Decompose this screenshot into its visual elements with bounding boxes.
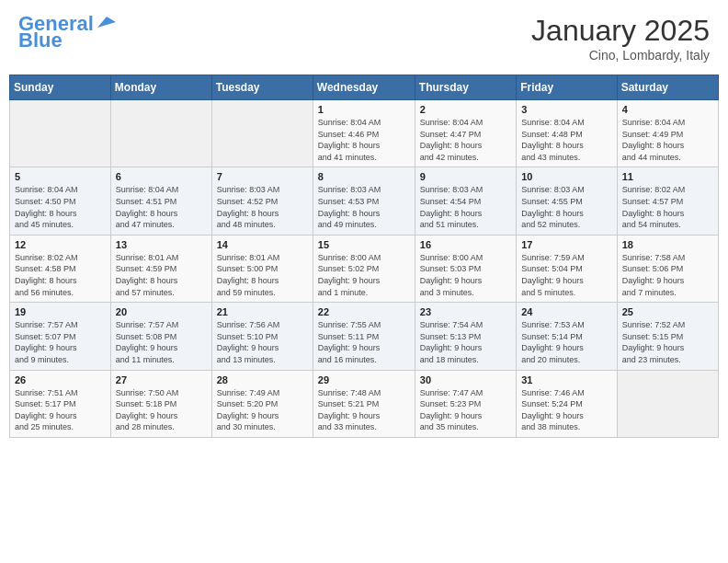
day-number: 13 — [116, 239, 207, 250]
calendar-cell: 31Sunrise: 7:46 AM Sunset: 5:24 PM Dayli… — [517, 370, 617, 437]
day-info: Sunrise: 8:02 AM Sunset: 4:57 PM Dayligh… — [622, 184, 713, 230]
day-number: 6 — [116, 171, 207, 182]
day-number: 26 — [15, 374, 106, 385]
day-number: 4 — [622, 104, 713, 115]
day-info: Sunrise: 8:04 AM Sunset: 4:47 PM Dayligh… — [420, 117, 511, 163]
weekday-header-sunday: Sunday — [10, 75, 111, 100]
calendar-cell: 30Sunrise: 7:47 AM Sunset: 5:23 PM Dayli… — [415, 370, 516, 437]
calendar-cell: 14Sunrise: 8:01 AM Sunset: 5:00 PM Dayli… — [211, 235, 313, 302]
week-row-4: 19Sunrise: 7:57 AM Sunset: 5:07 PM Dayli… — [10, 303, 719, 370]
calendar-cell: 11Sunrise: 8:02 AM Sunset: 4:57 PM Dayli… — [617, 167, 718, 235]
day-info: Sunrise: 7:58 AM Sunset: 5:06 PM Dayligh… — [622, 252, 713, 298]
calendar-cell: 20Sunrise: 7:57 AM Sunset: 5:08 PM Dayli… — [110, 303, 211, 370]
day-info: Sunrise: 8:03 AM Sunset: 4:52 PM Dayligh… — [217, 184, 308, 230]
calendar-cell: 15Sunrise: 8:00 AM Sunset: 5:02 PM Dayli… — [313, 235, 415, 302]
day-number: 30 — [420, 374, 511, 385]
day-info: Sunrise: 8:04 AM Sunset: 4:51 PM Dayligh… — [116, 184, 207, 230]
week-row-2: 5Sunrise: 8:04 AM Sunset: 4:50 PM Daylig… — [10, 167, 719, 235]
week-row-3: 12Sunrise: 8:02 AM Sunset: 4:58 PM Dayli… — [10, 235, 719, 302]
calendar-cell: 2Sunrise: 8:04 AM Sunset: 4:47 PM Daylig… — [415, 100, 516, 167]
calendar-cell: 24Sunrise: 7:53 AM Sunset: 5:14 PM Dayli… — [517, 303, 617, 370]
calendar-cell: 12Sunrise: 8:02 AM Sunset: 4:58 PM Dayli… — [10, 235, 111, 302]
day-info: Sunrise: 7:46 AM Sunset: 5:24 PM Dayligh… — [521, 387, 611, 433]
weekday-header-wednesday: Wednesday — [313, 75, 415, 100]
day-info: Sunrise: 8:04 AM Sunset: 4:46 PM Dayligh… — [318, 117, 410, 163]
calendar-table: SundayMondayTuesdayWednesdayThursdayFrid… — [9, 75, 719, 438]
day-info: Sunrise: 7:53 AM Sunset: 5:14 PM Dayligh… — [521, 319, 611, 365]
day-info: Sunrise: 8:04 AM Sunset: 4:48 PM Dayligh… — [521, 117, 611, 163]
day-number: 31 — [521, 374, 611, 385]
calendar-cell: 8Sunrise: 8:03 AM Sunset: 4:53 PM Daylig… — [313, 167, 415, 235]
day-info: Sunrise: 7:50 AM Sunset: 5:18 PM Dayligh… — [116, 387, 207, 433]
day-number: 23 — [420, 306, 511, 317]
calendar-cell — [110, 100, 211, 167]
week-row-1: 1Sunrise: 8:04 AM Sunset: 4:46 PM Daylig… — [10, 100, 719, 167]
day-info: Sunrise: 7:51 AM Sunset: 5:17 PM Dayligh… — [15, 387, 106, 433]
day-number: 3 — [521, 104, 611, 115]
weekday-header-friday: Friday — [517, 75, 617, 100]
day-info: Sunrise: 7:48 AM Sunset: 5:21 PM Dayligh… — [318, 387, 410, 433]
svg-marker-0 — [97, 17, 116, 28]
day-number: 5 — [15, 171, 106, 182]
day-info: Sunrise: 7:59 AM Sunset: 5:04 PM Dayligh… — [521, 252, 611, 298]
day-number: 11 — [622, 171, 713, 182]
page-header: General Blue January 2025 Cino, Lombardy… — [9, 9, 719, 67]
day-info: Sunrise: 8:04 AM Sunset: 4:50 PM Dayligh… — [15, 184, 106, 230]
calendar-cell: 26Sunrise: 7:51 AM Sunset: 5:17 PM Dayli… — [10, 370, 111, 437]
weekday-header-thursday: Thursday — [415, 75, 516, 100]
day-info: Sunrise: 7:57 AM Sunset: 5:07 PM Dayligh… — [15, 319, 106, 365]
calendar-cell: 1Sunrise: 8:04 AM Sunset: 4:46 PM Daylig… — [313, 100, 415, 167]
day-number: 7 — [217, 171, 308, 182]
calendar-cell — [10, 100, 111, 167]
day-number: 18 — [622, 239, 713, 250]
day-info: Sunrise: 8:04 AM Sunset: 4:49 PM Dayligh… — [622, 117, 713, 163]
day-number: 22 — [318, 306, 410, 317]
weekday-header-tuesday: Tuesday — [211, 75, 313, 100]
day-number: 21 — [217, 306, 308, 317]
calendar-cell: 28Sunrise: 7:49 AM Sunset: 5:20 PM Dayli… — [211, 370, 313, 437]
day-number: 28 — [217, 374, 308, 385]
calendar-cell: 21Sunrise: 7:56 AM Sunset: 5:10 PM Dayli… — [211, 303, 313, 370]
day-info: Sunrise: 8:00 AM Sunset: 5:02 PM Dayligh… — [318, 252, 410, 298]
logo: General Blue — [18, 14, 116, 51]
day-number: 8 — [318, 171, 410, 182]
day-number: 15 — [318, 239, 410, 250]
day-number: 12 — [15, 239, 106, 250]
day-info: Sunrise: 7:57 AM Sunset: 5:08 PM Dayligh… — [116, 319, 207, 365]
calendar-cell: 9Sunrise: 8:03 AM Sunset: 4:54 PM Daylig… — [415, 167, 516, 235]
day-info: Sunrise: 8:02 AM Sunset: 4:58 PM Dayligh… — [15, 252, 106, 298]
calendar-cell: 22Sunrise: 7:55 AM Sunset: 5:11 PM Dayli… — [313, 303, 415, 370]
day-number: 14 — [217, 239, 308, 250]
location: Cino, Lombardy, Italy — [531, 48, 710, 63]
day-info: Sunrise: 7:52 AM Sunset: 5:15 PM Dayligh… — [622, 319, 713, 365]
day-number: 16 — [420, 239, 511, 250]
day-info: Sunrise: 8:00 AM Sunset: 5:03 PM Dayligh… — [420, 252, 511, 298]
day-info: Sunrise: 8:03 AM Sunset: 4:53 PM Dayligh… — [318, 184, 410, 230]
day-number: 29 — [318, 374, 410, 385]
day-number: 10 — [521, 171, 611, 182]
day-number: 9 — [420, 171, 511, 182]
logo-blue: Blue — [18, 30, 63, 51]
calendar-cell — [211, 100, 313, 167]
weekday-header-monday: Monday — [110, 75, 211, 100]
day-number: 19 — [15, 306, 106, 317]
calendar-cell: 6Sunrise: 8:04 AM Sunset: 4:51 PM Daylig… — [110, 167, 211, 235]
day-number: 25 — [622, 306, 713, 317]
day-info: Sunrise: 7:47 AM Sunset: 5:23 PM Dayligh… — [420, 387, 511, 433]
calendar-cell: 3Sunrise: 8:04 AM Sunset: 4:48 PM Daylig… — [517, 100, 617, 167]
day-info: Sunrise: 8:03 AM Sunset: 4:54 PM Dayligh… — [420, 184, 511, 230]
month-title: January 2025 — [531, 14, 710, 48]
weekday-header-saturday: Saturday — [617, 75, 718, 100]
calendar-cell: 17Sunrise: 7:59 AM Sunset: 5:04 PM Dayli… — [517, 235, 617, 302]
day-info: Sunrise: 8:03 AM Sunset: 4:55 PM Dayligh… — [521, 184, 611, 230]
day-info: Sunrise: 7:56 AM Sunset: 5:10 PM Dayligh… — [217, 319, 308, 365]
day-number: 17 — [521, 239, 611, 250]
title-block: January 2025 Cino, Lombardy, Italy — [531, 14, 710, 63]
calendar-cell: 18Sunrise: 7:58 AM Sunset: 5:06 PM Dayli… — [617, 235, 718, 302]
calendar-cell: 25Sunrise: 7:52 AM Sunset: 5:15 PM Dayli… — [617, 303, 718, 370]
day-info: Sunrise: 8:01 AM Sunset: 4:59 PM Dayligh… — [116, 252, 207, 298]
calendar-cell: 10Sunrise: 8:03 AM Sunset: 4:55 PM Dayli… — [517, 167, 617, 235]
calendar-cell — [617, 370, 718, 437]
calendar-cell: 16Sunrise: 8:00 AM Sunset: 5:03 PM Dayli… — [415, 235, 516, 302]
weekday-header-row: SundayMondayTuesdayWednesdayThursdayFrid… — [10, 75, 719, 100]
